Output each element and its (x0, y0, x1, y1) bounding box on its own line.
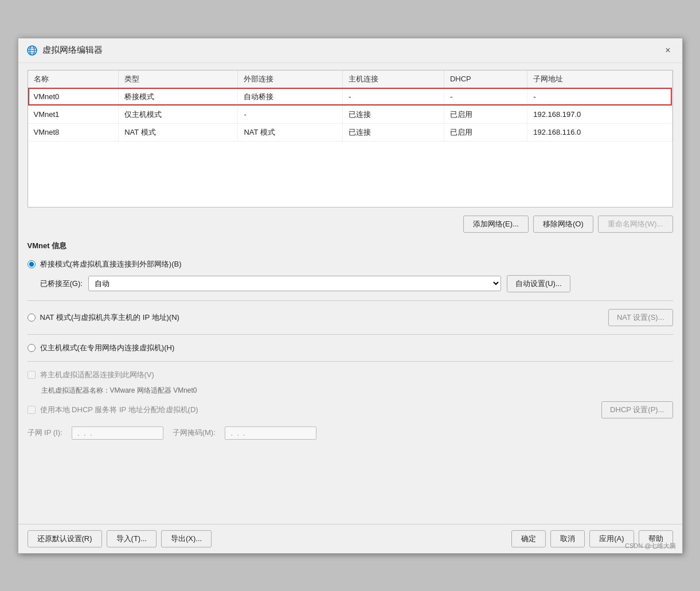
separator-2 (28, 334, 673, 335)
table-row[interactable]: VMnet8NAT 模式NAT 模式已连接已启用192.168.116.0 (28, 123, 672, 141)
ip-row: 子网 IP (I): 子网掩码(M): (28, 426, 673, 440)
col-host-conn: 主机连接 (343, 71, 444, 88)
import-button[interactable]: 导入(T)... (107, 530, 157, 547)
host-only-mode-label: 仅主机模式(在专用网络内连接虚拟机)(H) (40, 343, 175, 353)
network-action-buttons: 添加网络(E)... 移除网络(O) 重命名网络(W)... (28, 213, 673, 235)
export-button[interactable]: 导出(X)... (161, 530, 212, 547)
col-type: 类型 (119, 71, 238, 88)
table-row[interactable]: VMnet1仅主机模式-已连接已启用192.168.197.0 (28, 105, 672, 123)
separator-1 (28, 300, 673, 301)
bridge-to-label: 已桥接至(G): (40, 279, 83, 289)
watermark: CSDN @七维大脑 (625, 542, 676, 550)
bridge-mode-label: 桥接模式(将虚拟机直接连接到外部网络)(B) (40, 259, 182, 269)
title-bar-left: 虚拟网络编辑器 (26, 45, 103, 56)
host-adapter-name: 主机虚拟适配器名称：VMware 网络适配器 VMnet0 (41, 386, 673, 396)
subnet-ip-label: 子网 IP (I): (28, 428, 62, 438)
host-adapter-checkbox[interactable] (28, 371, 36, 379)
col-name: 名称 (28, 71, 119, 88)
title-bar: 虚拟网络编辑器 × (18, 38, 682, 63)
network-table-container: 名称 类型 外部连接 主机连接 DHCP 子网地址 VMnet0桥接模式自动桥接… (28, 70, 673, 208)
remove-network-button[interactable]: 移除网络(O) (533, 216, 593, 233)
separator-3 (28, 361, 673, 362)
ok-button[interactable]: 确定 (511, 530, 546, 547)
nat-mode-radio[interactable] (28, 314, 36, 322)
dhcp-row: 使用本地 DHCP 服务将 IP 地址分配给虚拟机(D) DHCP 设置(P).… (28, 401, 673, 418)
auto-settings-button[interactable]: 自动设置(U)... (507, 275, 570, 292)
host-only-mode-radio[interactable] (28, 344, 36, 352)
col-ext-conn: 外部连接 (238, 71, 343, 88)
close-button[interactable]: × (662, 44, 674, 57)
vmnet-info-section: VMnet 信息 桥接模式(将虚拟机直接连接到外部网络)(B) 已桥接至(G):… (28, 241, 673, 440)
virtual-network-editor-dialog: 虚拟网络编辑器 × 名称 类型 外部连接 主机连接 DHCP 子网地址 V (18, 38, 683, 554)
bridge-mode-radio[interactable] (28, 260, 36, 268)
subnet-mask-input[interactable] (225, 426, 316, 440)
dhcp-settings-button[interactable]: DHCP 设置(P)... (601, 401, 672, 418)
nat-settings-button[interactable]: NAT 设置(S)... (608, 309, 673, 326)
nat-mode-row: NAT 模式(与虚拟机共享主机的 IP 地址)(N) NAT 设置(S)... (28, 309, 673, 326)
nat-mode-label: NAT 模式(与虚拟机共享主机的 IP 地址)(N) (40, 312, 179, 323)
dhcp-checkbox[interactable] (28, 406, 36, 414)
bridge-to-row: 已桥接至(G): 自动 自动设置(U)... (40, 275, 673, 292)
vmnet-info-title: VMnet 信息 (28, 241, 673, 251)
subnet-ip-input[interactable] (72, 426, 163, 440)
network-table: 名称 类型 外部连接 主机连接 DHCP 子网地址 VMnet0桥接模式自动桥接… (28, 71, 672, 142)
dialog-title: 虚拟网络编辑器 (42, 45, 103, 56)
subnet-mask-label: 子网掩码(M): (173, 428, 216, 438)
restore-defaults-button[interactable]: 还原默认设置(R) (28, 530, 102, 547)
host-adapter-label: 将主机虚拟适配器连接到此网络(V) (40, 370, 154, 380)
dhcp-label: 使用本地 DHCP 服务将 IP 地址分配给虚拟机(D) (40, 405, 198, 415)
cancel-button[interactable]: 取消 (550, 530, 585, 547)
col-subnet: 子网地址 (527, 71, 672, 88)
table-header-row: 名称 类型 外部连接 主机连接 DHCP 子网地址 (28, 71, 672, 88)
bridge-to-select[interactable]: 自动 (88, 276, 501, 291)
col-dhcp: DHCP (444, 71, 527, 88)
dialog-footer: 还原默认设置(R) 导入(T)... 导出(X)... 确定 取消 应用(A) … (18, 524, 682, 553)
network-icon (26, 45, 38, 56)
host-adapter-row: 将主机虚拟适配器连接到此网络(V) (28, 370, 673, 380)
bridge-mode-row: 桥接模式(将虚拟机直接连接到外部网络)(B) (28, 259, 673, 269)
table-row[interactable]: VMnet0桥接模式自动桥接--- (28, 88, 672, 105)
dialog-body: 名称 类型 外部连接 主机连接 DHCP 子网地址 VMnet0桥接模式自动桥接… (18, 63, 682, 524)
add-network-button[interactable]: 添加网络(E)... (463, 216, 529, 233)
host-only-mode-row: 仅主机模式(在专用网络内连接虚拟机)(H) (28, 343, 673, 353)
rename-network-button[interactable]: 重命名网络(W)... (598, 216, 673, 233)
